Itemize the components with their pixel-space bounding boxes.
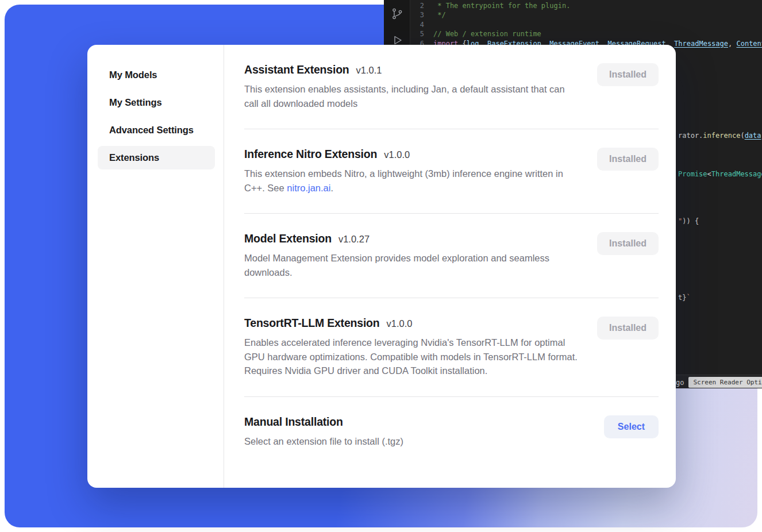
installed-button[interactable]: Installed (597, 232, 659, 255)
settings-card: My ModelsMy SettingsAdvanced SettingsExt… (87, 45, 676, 488)
extensions-list: Assistant Extension v1.0.1 This extensio… (224, 45, 676, 488)
sidebar-item-advanced-settings[interactable]: Advanced Settings (98, 118, 215, 142)
code-token: data (745, 132, 761, 140)
description-text: Model Management Extension provides mode… (244, 253, 549, 277)
nitro-jan-ai-link[interactable]: nitro.jan.ai (287, 183, 330, 193)
code-token: , (728, 40, 736, 48)
settings-sidebar: My ModelsMy SettingsAdvanced SettingsExt… (87, 45, 224, 488)
line-number: 3 (410, 10, 424, 20)
extension-version: v1.0.1 (356, 65, 382, 76)
sidebar-item-my-settings[interactable]: My Settings (98, 91, 215, 114)
extension-version: v1.0.27 (338, 234, 370, 245)
description-text: Enables accelerated inference leveraging… (244, 337, 578, 376)
code-line: * The entrypoint for the plugin. (433, 1, 762, 10)
code-token: ThreadMessage (711, 170, 762, 178)
code-fragment: ")) { (678, 217, 699, 225)
extension-name: Model Extension (244, 232, 332, 245)
extension-version: v1.0.0 (384, 149, 410, 160)
editor-code: * The entrypoint for the plugin. */// We… (433, 1, 762, 48)
code-fragment: rator.inference(data)); (678, 132, 762, 140)
extension-row: Assistant Extension v1.0.1 This extensio… (244, 63, 659, 129)
code-token: < (707, 170, 711, 178)
code-token: ContentType (736, 40, 762, 48)
code-token: rator. (678, 132, 703, 140)
extension-name: Manual Installation (244, 415, 343, 429)
editor-line-numbers: 23456 (410, 1, 433, 48)
description-text: Select an extension file to install (.tg… (244, 436, 403, 446)
extension-description: This extension embeds Nitro, a lightweig… (244, 167, 579, 195)
code-token: */ (433, 11, 446, 19)
code-token: )) { (682, 217, 699, 225)
sidebar-item-extensions[interactable]: Extensions (98, 146, 215, 169)
installed-button[interactable]: Installed (597, 317, 659, 340)
line-number: 4 (410, 20, 424, 29)
extension-description: Enables accelerated inference leveraging… (244, 336, 579, 378)
extension-version: v1.0.0 (387, 318, 413, 329)
code-fragment: Promise<ThreadMessage> (678, 170, 762, 178)
installed-button[interactable]: Installed (597, 148, 659, 171)
code-token: inference (703, 132, 740, 140)
code-token: ( (740, 132, 744, 140)
extension-row: Manual Installation Select an extension … (244, 397, 659, 467)
code-token: t} (678, 294, 686, 302)
code-line (433, 20, 762, 29)
line-number: 2 (410, 1, 424, 10)
extension-name: Assistant Extension (244, 63, 349, 76)
extension-name: TensortRT-LLM Extension (244, 317, 380, 330)
code-fragment: t}` (678, 294, 691, 302)
extension-description: Select an extension file to install (.tg… (244, 434, 403, 449)
code-token: // Web / extension runtime (433, 30, 541, 38)
code-token: ThreadMessage (674, 40, 728, 48)
select-button[interactable]: Select (604, 415, 659, 438)
sidebar-item-my-models[interactable]: My Models (98, 63, 215, 87)
description-text: This extension enables assistants, inclu… (244, 84, 565, 109)
line-number: 5 (410, 29, 424, 38)
description-text: . (330, 183, 333, 193)
status-text: go (676, 379, 684, 387)
extension-row: Inference Nitro Extension v1.0.0 This ex… (244, 129, 659, 214)
extension-row: Model Extension v1.0.27 Model Management… (244, 214, 659, 298)
screen-reader-badge[interactable]: Screen Reader Optimize (688, 377, 762, 388)
code-line: */ (433, 10, 762, 20)
extension-description: This extension enables assistants, inclu… (244, 82, 579, 110)
code-token: Promise (678, 170, 707, 178)
code-line: // Web / extension runtime (433, 29, 762, 38)
extension-name: Inference Nitro Extension (244, 148, 377, 161)
installed-button[interactable]: Installed (597, 63, 659, 86)
source-control-icon[interactable] (390, 7, 404, 21)
code-token: * The entrypoint for the plugin. (433, 2, 570, 10)
extension-row: TensortRT-LLM Extension v1.0.0 Enables a… (244, 298, 659, 397)
extension-description: Model Management Extension provides mode… (244, 251, 579, 279)
code-token: ` (686, 294, 690, 302)
